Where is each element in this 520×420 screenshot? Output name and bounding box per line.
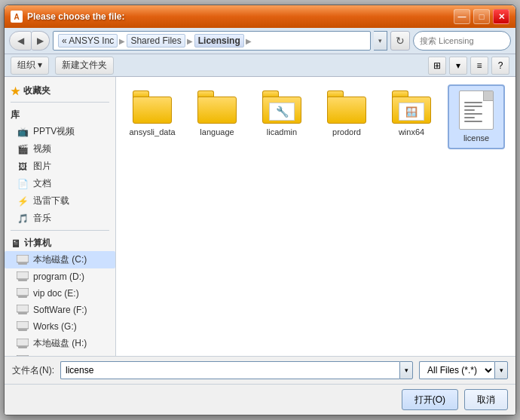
winx64-overlay-icon: 🪟	[405, 106, 418, 118]
svg-rect-11	[18, 346, 27, 348]
crumb-arrow-1: ▶	[119, 37, 125, 45]
file-doc-icon-license	[459, 90, 494, 130]
documents-icon: 📄	[17, 178, 29, 190]
drive-e-icon	[17, 287, 29, 299]
drive-g-icon	[17, 320, 29, 333]
sidebar-item-g-drive[interactable]: Works (G:)	[5, 318, 115, 335]
search-box: 🔍	[413, 31, 511, 51]
app-icon: A	[11, 11, 23, 23]
main-content: ★ 收藏夹 库 📺 PPTV视频 🎬 视频 🖼 图片 📄 文档	[5, 77, 515, 356]
help-button[interactable]: ?	[491, 57, 509, 75]
library-section: 库	[5, 106, 115, 123]
filename-input[interactable]	[60, 361, 399, 379]
star-icon: ★	[11, 85, 20, 97]
sidebar-item-h-drive[interactable]: 本地磁盘 (H:)	[5, 335, 115, 352]
toolbar: 组织 ▾ 新建文件夹 ⊞ ▾ ≡ ?	[5, 54, 515, 77]
pictures-icon: 🖼	[17, 161, 29, 173]
cancel-button[interactable]: 取消	[464, 389, 508, 410]
sep-1	[11, 102, 109, 103]
drive-d-icon	[17, 271, 29, 283]
organize-button[interactable]: 组织 ▾	[11, 57, 49, 75]
sidebar-item-e-drive[interactable]: vip doc (E:)	[5, 285, 115, 302]
folder-icon-ansysli-data	[133, 90, 172, 124]
pptv-icon: 📺	[17, 126, 29, 138]
sidebar-item-thunder[interactable]: ⚡ 迅雷下载	[5, 192, 115, 210]
file-item-winx64[interactable]: 🪟 winx64	[383, 84, 440, 149]
view-large-icons-button[interactable]: ⊞	[428, 57, 446, 75]
sidebar-item-pictures[interactable]: 🖼 图片	[5, 158, 115, 175]
file-item-language[interactable]: language	[188, 84, 246, 149]
file-item-licadmin[interactable]: 🔧 licadmin	[253, 84, 310, 149]
svg-rect-7	[18, 312, 27, 314]
address-dropdown-button[interactable]: ▾	[374, 31, 387, 51]
file-area: ansysli_data language 🔧	[116, 77, 515, 356]
svg-rect-5	[18, 296, 27, 298]
music-icon: 🎵	[17, 213, 29, 225]
view-dropdown-button[interactable]: ▾	[449, 57, 467, 75]
drive-f-icon	[17, 304, 29, 316]
sidebar-item-f-drive[interactable]: SoftWare (F:)	[5, 302, 115, 318]
crumb-ansys[interactable]: « ANSYS Inc	[58, 34, 118, 48]
sidebar-item-documents[interactable]: 📄 文档	[5, 175, 115, 192]
refresh-button[interactable]: ↻	[390, 31, 410, 51]
filename-input-wrap: ▾	[60, 361, 413, 379]
close-button[interactable]: ✕	[493, 9, 509, 24]
minimize-button[interactable]: —	[454, 9, 470, 24]
filename-bar: 文件名(N): ▾ All Files (*.*) ▾	[5, 356, 515, 384]
breadcrumb: « ANSYS Inc ▶ Shared Files ▶ Licensing ▶	[58, 34, 252, 48]
file-label-licadmin: licadmin	[267, 127, 297, 137]
toolbar-right: ⊞ ▾ ≡ ?	[428, 57, 509, 75]
open-button[interactable]: 打开(O)	[402, 389, 458, 410]
sidebar-item-c-drive[interactable]: 本地磁盘 (C:)	[5, 251, 115, 268]
favorites-section: ★ 收藏夹	[5, 81, 115, 99]
view-details-button[interactable]: ≡	[470, 57, 488, 75]
video-icon: 🎬	[17, 143, 29, 155]
svg-rect-4	[17, 288, 29, 296]
licadmin-overlay-icon: 🔧	[276, 106, 289, 118]
filetype-select[interactable]: All Files (*.*)	[419, 361, 494, 379]
crumb-arrow-3: ▶	[246, 37, 252, 45]
svg-rect-9	[18, 329, 27, 331]
crumb-licensing[interactable]: Licensing	[194, 34, 244, 48]
sidebar-item-video[interactable]: 🎬 视频	[5, 140, 115, 158]
file-label-license: license	[463, 133, 489, 143]
search-input[interactable]	[420, 36, 516, 45]
file-label-winx64: winx64	[399, 127, 424, 137]
crumb-arrow-2: ▶	[187, 37, 193, 45]
back-button[interactable]: ◀	[9, 31, 32, 51]
window-title: Please choose the file:	[27, 11, 454, 22]
sidebar-item-music[interactable]: 🎵 音乐	[5, 210, 115, 227]
folder-icon-language	[197, 90, 237, 124]
address-bar: ◀ ▶ « ANSYS Inc ▶ Shared Files ▶ Licensi…	[5, 28, 515, 54]
action-buttons-bar: 打开(O) 取消	[5, 384, 515, 415]
title-bar: A Please choose the file: — □ ✕	[5, 5, 515, 28]
address-box: « ANSYS Inc ▶ Shared Files ▶ Licensing ▶	[53, 31, 371, 51]
filetype-dropdown-button[interactable]: ▾	[494, 361, 508, 379]
filename-dropdown-button[interactable]: ▾	[399, 361, 413, 379]
sidebar-item-pptv[interactable]: 📺 PPTV视频	[5, 123, 115, 140]
svg-rect-10	[17, 339, 29, 346]
file-label-language: language	[200, 127, 234, 137]
sidebar: ★ 收藏夹 库 📺 PPTV视频 🎬 视频 🖼 图片 📄 文档	[5, 77, 116, 356]
file-item-prodord[interactable]: prodord	[318, 84, 375, 149]
folder-icon-licadmin: 🔧	[262, 90, 301, 124]
file-label-ansysli-data: ansysli_data	[129, 127, 175, 137]
sidebar-item-d-drive[interactable]: program (D:)	[5, 268, 115, 285]
svg-rect-2	[17, 271, 29, 279]
computer-section: 🖥 计算机	[5, 234, 115, 251]
maximize-button[interactable]: □	[473, 9, 490, 24]
file-item-license[interactable]: license	[448, 84, 505, 149]
forward-button[interactable]: ▶	[32, 31, 50, 51]
crumb-shared[interactable]: Shared Files	[127, 34, 185, 48]
filename-label: 文件名(N):	[12, 364, 54, 377]
folder-icon-winx64: 🪟	[392, 90, 431, 124]
window-controls: — □ ✕	[454, 9, 509, 24]
svg-rect-1	[18, 262, 27, 265]
drive-c-icon	[17, 254, 29, 266]
new-folder-button[interactable]: 新建文件夹	[55, 57, 114, 75]
svg-rect-8	[17, 321, 29, 329]
folder-icon-prodord	[327, 90, 366, 124]
drive-h-icon	[17, 338, 29, 350]
file-item-ansysli-data[interactable]: ansysli_data	[124, 84, 181, 149]
svg-rect-3	[18, 279, 27, 281]
